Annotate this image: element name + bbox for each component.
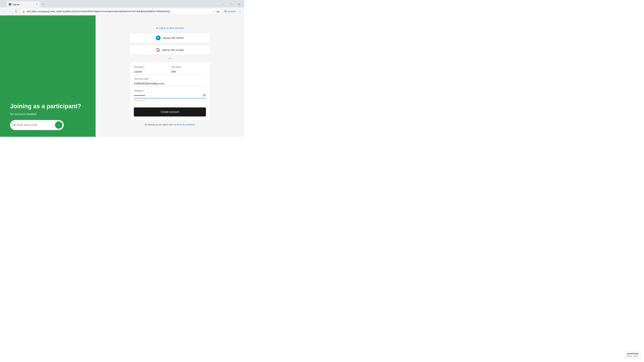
browser-tab[interactable]: S Signup ✕ bbox=[7, 1, 40, 7]
name-row: First name * Last name * bbox=[134, 66, 206, 74]
incognito-badge[interactable]: Incognito bbox=[223, 9, 237, 13]
event-code-wrapper: # → bbox=[10, 120, 64, 130]
tab-bar: ‹ S Signup ✕ + – □ ✕ bbox=[0, 0, 244, 7]
window-controls: – □ ✕ bbox=[219, 1, 243, 7]
password-input[interactable] bbox=[134, 93, 206, 98]
menu-btn[interactable]: ⋮ bbox=[238, 9, 243, 14]
tab-favicon: S bbox=[9, 3, 12, 6]
google-btn-label: Signup with Google bbox=[162, 48, 184, 51]
first-name-label: First name * bbox=[134, 66, 168, 68]
google-icon bbox=[156, 48, 160, 52]
extensions-icon[interactable]: ▬ bbox=[217, 10, 219, 13]
incognito-label: Incognito bbox=[228, 10, 236, 12]
password-group: Password * Fair password bbox=[134, 90, 206, 101]
omnibox-bar: ← → ↻ 🔒 auth.slido.com/signup?auth_state… bbox=[0, 7, 244, 15]
tab-close-btn[interactable]: ✕ bbox=[35, 3, 38, 6]
password-strength-indicator: Fair password bbox=[134, 99, 206, 101]
signup-container: or Log in to your account W Signup with … bbox=[130, 26, 210, 126]
url-display: auth.slido.com/signup?auth_state=eyJhbGc… bbox=[26, 10, 212, 13]
terms-row: By signing up you agree with our terms &… bbox=[130, 123, 210, 126]
event-code-submit-btn[interactable]: → bbox=[55, 121, 62, 129]
tab-title: Signup bbox=[13, 3, 34, 6]
last-name-group: Last name * bbox=[171, 66, 206, 74]
terms-link[interactable]: terms & conditions bbox=[177, 123, 195, 126]
tab-back-btn[interactable]: ‹ bbox=[1, 2, 6, 7]
omnibox[interactable]: 🔒 auth.slido.com/signup?auth_state=eyJhb… bbox=[20, 8, 222, 14]
password-label: Password * bbox=[134, 90, 206, 92]
right-panel: or Log in to your account W Signup with … bbox=[96, 15, 244, 137]
left-panel-heading: Joining as a participant? bbox=[10, 103, 86, 110]
hash-icon: # bbox=[14, 123, 16, 127]
email-group: Your work email * bbox=[134, 78, 206, 86]
webex-btn-label: Signup with Webex bbox=[162, 36, 184, 39]
terms-prefix: By signing up you agree with our bbox=[145, 123, 176, 126]
first-name-group: First name * bbox=[134, 66, 168, 74]
create-account-btn[interactable]: Create account bbox=[134, 107, 206, 116]
google-signup-btn[interactable]: Signup with Google bbox=[130, 45, 210, 55]
browser-chrome: ‹ S Signup ✕ + – □ ✕ ← → ↻ 🔒 auth.slido.… bbox=[0, 0, 244, 15]
svg-point-1 bbox=[204, 95, 205, 95]
or-text-prefix: or bbox=[156, 26, 158, 29]
signup-form-card: First name * Last name * Your work email… bbox=[130, 62, 210, 121]
minimize-btn[interactable]: – bbox=[219, 1, 227, 7]
bookmark-icon[interactable]: ☆ bbox=[213, 10, 215, 13]
page-content: Joining as a participant? No account nee… bbox=[0, 15, 244, 137]
last-name-label: Last name * bbox=[171, 66, 206, 68]
webex-icon: W bbox=[156, 35, 160, 40]
email-input[interactable] bbox=[134, 81, 206, 86]
event-code-input[interactable] bbox=[17, 123, 55, 126]
last-name-input[interactable] bbox=[171, 69, 206, 74]
back-btn[interactable]: ← bbox=[1, 9, 7, 14]
close-btn[interactable]: ✕ bbox=[235, 1, 243, 7]
refresh-btn[interactable]: ↻ bbox=[14, 9, 19, 14]
svg-point-0 bbox=[225, 10, 226, 11]
email-label: Your work email * bbox=[134, 78, 206, 80]
login-link[interactable]: Log in to your account bbox=[159, 26, 184, 29]
lock-icon: 🔒 bbox=[22, 10, 25, 13]
toolbar-actions: Incognito ⋮ bbox=[223, 9, 243, 14]
login-link-row: or Log in to your account bbox=[130, 26, 210, 29]
first-name-input[interactable] bbox=[134, 69, 168, 74]
divider-or: or bbox=[130, 57, 210, 60]
webex-signup-btn[interactable]: W Signup with Webex bbox=[130, 33, 210, 43]
left-panel: Joining as a participant? No account nee… bbox=[0, 15, 96, 137]
password-toggle-btn[interactable] bbox=[202, 93, 206, 97]
maximize-btn[interactable]: □ bbox=[227, 1, 235, 7]
password-wrapper bbox=[134, 93, 206, 98]
forward-btn[interactable]: → bbox=[8, 9, 13, 14]
new-tab-btn[interactable]: + bbox=[41, 2, 46, 7]
left-panel-subtext: No account needed. bbox=[10, 112, 86, 116]
